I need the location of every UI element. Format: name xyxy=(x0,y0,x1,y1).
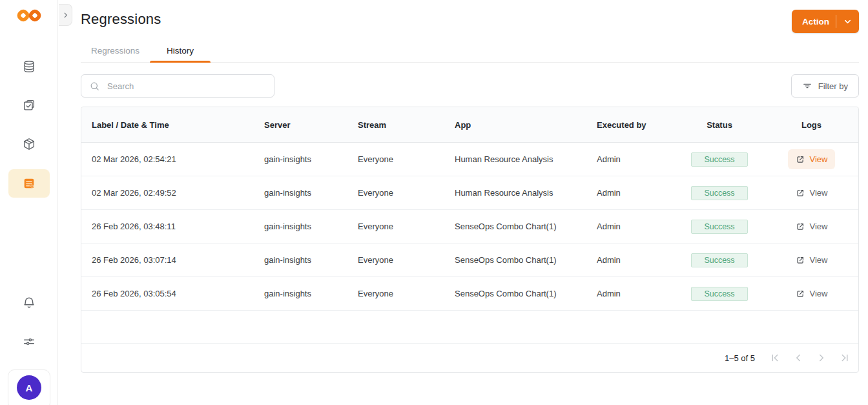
previous-page-button[interactable] xyxy=(792,352,804,364)
tab-history[interactable]: History xyxy=(150,39,211,62)
table-empty-row xyxy=(81,311,858,344)
search-input[interactable] xyxy=(106,81,266,92)
cell-label-datetime: 02 Mar 2026, 02:49:52 xyxy=(81,188,264,198)
column-header-server: Server xyxy=(264,120,358,130)
avatar-card[interactable]: A xyxy=(8,369,50,405)
last-page-icon xyxy=(839,352,851,364)
cell-stream: Everyone xyxy=(358,289,455,298)
avatar[interactable]: A xyxy=(17,375,41,400)
first-page-icon xyxy=(769,352,781,364)
view-logs-label: View xyxy=(810,188,828,198)
cell-app: SenseOps Combo Chart(1) xyxy=(455,289,597,298)
tasks-icon xyxy=(22,98,36,112)
cell-executed-by: Admin xyxy=(597,188,674,198)
column-header-logs: Logs xyxy=(765,120,858,130)
page-title: Regressions xyxy=(81,11,161,28)
toolbar: Filter by xyxy=(81,74,859,98)
table-row: 26 Feb 2026, 03:07:14 gain-insights Ever… xyxy=(81,244,858,277)
cell-stream: Everyone xyxy=(358,255,455,265)
cell-server: gain-insights xyxy=(264,289,358,298)
cell-app: SenseOps Combo Chart(1) xyxy=(455,222,597,231)
table-row: 02 Mar 2026, 02:54:21 gain-insights Ever… xyxy=(81,143,858,176)
search-box xyxy=(81,74,274,98)
table-row: 26 Feb 2026, 03:05:54 gain-insights Ever… xyxy=(81,277,858,311)
pagination-range: 1–5 of 5 xyxy=(725,353,755,363)
infinity-logo-icon xyxy=(15,4,43,27)
main-content: Regressions Action Regressions History F… xyxy=(81,0,859,405)
status-badge: Success xyxy=(691,287,748,301)
external-link-icon xyxy=(796,289,805,298)
chevron-down-icon xyxy=(843,17,852,26)
sliders-icon xyxy=(22,335,36,349)
cell-app: Human Resource Analysis xyxy=(455,154,597,164)
cell-app: Human Resource Analysis xyxy=(455,188,597,198)
avatar-letter: A xyxy=(26,382,33,393)
sidebar-item-regressions[interactable] xyxy=(8,169,50,198)
view-logs-label: View xyxy=(810,222,828,231)
first-page-button[interactable] xyxy=(769,352,781,364)
chevron-right-icon xyxy=(61,11,70,19)
pagination-bar: 1–5 of 5 xyxy=(81,344,858,372)
sidebar-item-tasks[interactable] xyxy=(0,98,58,112)
next-page-button[interactable] xyxy=(816,352,827,364)
column-header-stream: Stream xyxy=(358,120,455,130)
column-header-status: Status xyxy=(674,120,765,130)
history-table: Label / Date & Time Server Stream App Ex… xyxy=(81,107,859,373)
sidebar-item-notifications[interactable] xyxy=(0,296,58,310)
filter-by-button[interactable]: Filter by xyxy=(791,74,859,98)
external-link-icon xyxy=(796,155,805,164)
chevron-left-icon xyxy=(792,352,804,364)
sidebar-expand-toggle[interactable] xyxy=(59,4,72,26)
sidebar-item-packages[interactable] xyxy=(0,137,58,151)
cell-server: gain-insights xyxy=(264,222,358,231)
cell-label-datetime: 26 Feb 2026, 03:05:54 xyxy=(81,289,264,298)
column-header-label-datetime: Label / Date & Time xyxy=(81,120,264,130)
cell-server: gain-insights xyxy=(264,188,358,198)
sidebar-item-database[interactable] xyxy=(0,59,58,74)
cell-app: SenseOps Combo Chart(1) xyxy=(455,255,597,265)
view-logs-label: View xyxy=(810,289,828,298)
last-page-button[interactable] xyxy=(839,352,851,364)
cell-executed-by: Admin xyxy=(597,154,674,164)
cell-label-datetime: 26 Feb 2026, 03:07:14 xyxy=(81,255,264,265)
cell-stream: Everyone xyxy=(358,154,455,164)
sidebar: A xyxy=(0,0,58,405)
view-logs-label: View xyxy=(810,154,828,164)
database-icon xyxy=(22,59,36,74)
cell-label-datetime: 26 Feb 2026, 03:48:11 xyxy=(81,222,264,231)
action-button-label: Action xyxy=(802,17,829,26)
tab-regressions[interactable]: Regressions xyxy=(81,39,150,62)
status-badge: Success xyxy=(691,220,748,234)
column-header-executed-by: Executed by xyxy=(597,120,674,130)
cell-stream: Everyone xyxy=(358,222,455,231)
sidebar-item-settings[interactable] xyxy=(0,335,58,349)
search-icon xyxy=(89,81,100,92)
cell-server: gain-insights xyxy=(264,154,358,164)
view-logs-button[interactable]: View xyxy=(788,250,836,270)
view-logs-button[interactable]: View xyxy=(788,284,836,304)
chevron-right-icon xyxy=(816,352,827,364)
external-link-icon xyxy=(796,189,805,198)
action-button-divider xyxy=(836,15,836,28)
view-logs-button[interactable]: View xyxy=(788,149,836,169)
view-logs-button[interactable]: View xyxy=(788,216,836,236)
view-logs-label: View xyxy=(810,255,828,265)
external-link-icon xyxy=(796,222,805,231)
cell-stream: Everyone xyxy=(358,188,455,198)
action-button[interactable]: Action xyxy=(792,10,859,33)
tab-bar: Regressions History xyxy=(81,39,859,63)
app-logo[interactable] xyxy=(15,4,43,30)
cell-executed-by: Admin xyxy=(597,289,674,298)
regressions-document-icon xyxy=(22,176,36,191)
status-badge: Success xyxy=(691,186,748,200)
column-header-app: App xyxy=(455,120,597,130)
cell-server: gain-insights xyxy=(264,255,358,265)
cell-executed-by: Admin xyxy=(597,255,674,265)
external-link-icon xyxy=(796,256,805,265)
filter-by-label: Filter by xyxy=(818,81,848,91)
view-logs-button[interactable]: View xyxy=(788,183,836,203)
status-badge: Success xyxy=(691,152,748,167)
status-badge: Success xyxy=(691,253,748,267)
table-header-row: Label / Date & Time Server Stream App Ex… xyxy=(81,107,858,143)
table-row: 02 Mar 2026, 02:49:52 gain-insights Ever… xyxy=(81,176,858,210)
